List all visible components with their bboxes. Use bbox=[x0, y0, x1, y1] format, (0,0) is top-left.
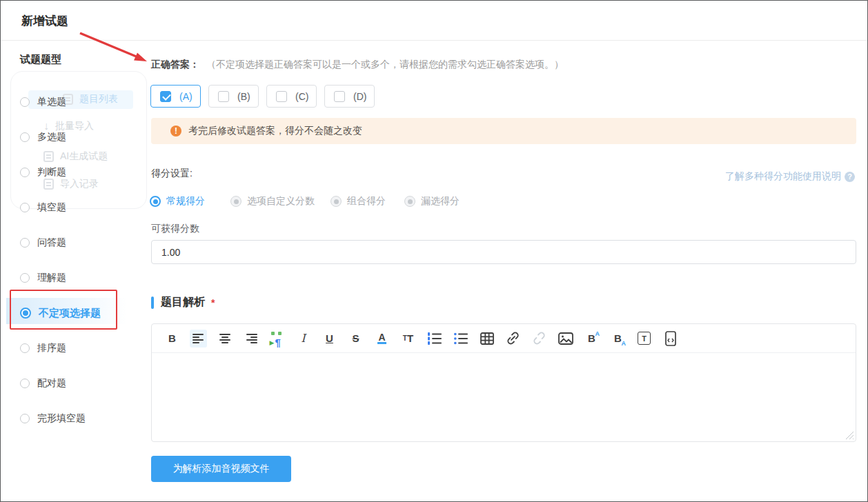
sidebar-item-cloze[interactable]: 完形填空题 bbox=[1, 408, 142, 430]
points-input[interactable] bbox=[151, 240, 856, 264]
sidebar-item-matching[interactable]: 配对题 bbox=[1, 372, 142, 394]
checkbox-icon[interactable] bbox=[276, 91, 287, 102]
warning-icon: ! bbox=[170, 126, 181, 137]
answer-label: 正确答案： bbox=[151, 59, 199, 70]
unlink-icon[interactable] bbox=[531, 330, 548, 348]
align-left-icon[interactable] bbox=[190, 330, 207, 348]
radio-icon[interactable] bbox=[20, 414, 30, 423]
warning-text: 考完后修改试题答案，得分不会随之改变 bbox=[188, 125, 362, 137]
radio-icon[interactable] bbox=[20, 379, 30, 388]
answer-hint: （不定项选择题正确答案可以是一个或多个，请根据您的需求勾选正确答案选项。） bbox=[206, 59, 564, 70]
sidebar-item-ordering[interactable]: 排序题 bbox=[1, 337, 142, 359]
radio-disabled-icon[interactable] bbox=[331, 196, 342, 207]
analysis-rich-text-editor: B ▶ ¶ I U S A TT bbox=[151, 323, 856, 442]
paragraph-media-icon[interactable]: ▶ ¶ bbox=[268, 330, 286, 348]
radio-icon[interactable] bbox=[20, 203, 30, 212]
score-mode-regular[interactable]: 常规得分 bbox=[150, 195, 205, 208]
sidebar-item-short-answer[interactable]: 问答题 bbox=[1, 232, 142, 254]
header-divider bbox=[1, 40, 867, 41]
radio-selected-icon[interactable] bbox=[20, 308, 31, 319]
underline-icon[interactable]: U bbox=[321, 330, 338, 348]
add-question-page: 新增试题 题目列表 ↓ 批量导入 AI生成试题 导入记录 试题题型 单选题 多选… bbox=[0, 0, 868, 502]
answer-option-b[interactable]: (B) bbox=[208, 85, 259, 108]
table-icon[interactable] bbox=[478, 330, 495, 348]
radio-icon[interactable] bbox=[20, 273, 30, 283]
sidebar-item-comprehension[interactable]: 理解题 bbox=[1, 267, 142, 289]
red-annotation-arrow bbox=[70, 25, 156, 68]
ordered-list-icon[interactable] bbox=[426, 330, 443, 348]
image-icon[interactable] bbox=[557, 330, 574, 348]
radio-icon[interactable] bbox=[20, 238, 30, 248]
score-settings-label: 得分设置: bbox=[151, 168, 193, 180]
question-mark-icon: ? bbox=[845, 172, 855, 182]
radio-disabled-icon[interactable] bbox=[230, 196, 241, 207]
checkbox-checked-icon[interactable] bbox=[160, 91, 171, 102]
link-icon[interactable] bbox=[504, 330, 522, 348]
score-mode-custom-per-option[interactable]: 选项自定义分数 bbox=[230, 195, 315, 208]
sidebar-item-single-choice[interactable]: 单选题 bbox=[1, 91, 142, 113]
superscript-icon[interactable]: BA bbox=[583, 330, 600, 348]
italic-icon[interactable]: I bbox=[295, 330, 312, 348]
code-document-icon[interactable] bbox=[662, 330, 679, 348]
editor-toolbar: B ▶ ¶ I U S A TT bbox=[152, 324, 856, 353]
score-mode-combined[interactable]: 组合得分 bbox=[331, 195, 386, 208]
sidebar-item-fill-blank[interactable]: 填空题 bbox=[1, 197, 142, 219]
radio-icon[interactable] bbox=[20, 343, 30, 353]
font-size-icon[interactable]: TT bbox=[400, 330, 417, 348]
answer-section-header: 正确答案： （不定项选择题正确答案可以是一个或多个，请根据您的需求勾选正确答案选… bbox=[151, 59, 564, 71]
heading-accent-bar bbox=[151, 297, 154, 309]
answer-option-c[interactable]: (C) bbox=[266, 85, 317, 108]
checkbox-icon[interactable] bbox=[218, 91, 229, 102]
score-mode-missed-selection[interactable]: 漏选得分 bbox=[404, 195, 460, 208]
strikethrough-icon[interactable]: S bbox=[347, 330, 364, 348]
bullet-list-icon[interactable] bbox=[452, 330, 469, 348]
answer-option-a[interactable]: (A) bbox=[150, 85, 201, 108]
sidebar-heading: 试题题型 bbox=[20, 53, 61, 66]
required-asterisk: * bbox=[211, 297, 215, 308]
score-help-link[interactable]: 了解多种得分功能使用说明 ? bbox=[725, 170, 855, 183]
radio-icon[interactable] bbox=[20, 168, 30, 177]
sidebar-item-true-false[interactable]: 判断题 bbox=[1, 161, 142, 183]
analysis-editor-content[interactable] bbox=[152, 353, 856, 434]
bold-icon[interactable]: B bbox=[164, 330, 181, 348]
sidebar-item-indefinite-choice[interactable]: 不定项选择题 bbox=[1, 302, 142, 324]
radio-icon[interactable] bbox=[20, 97, 30, 107]
checkbox-icon[interactable] bbox=[334, 91, 345, 102]
font-color-icon[interactable]: A bbox=[373, 330, 391, 348]
analysis-heading: 题目解析 * bbox=[151, 295, 215, 310]
radio-selected-icon[interactable] bbox=[150, 196, 161, 207]
page-title: 新增试题 bbox=[21, 13, 68, 29]
text-block-icon[interactable]: T bbox=[635, 330, 653, 348]
align-right-icon[interactable] bbox=[242, 330, 259, 348]
answer-option-d[interactable]: (D) bbox=[324, 85, 375, 108]
warning-banner: ! 考完后修改试题答案，得分不会随之改变 bbox=[151, 118, 856, 144]
sidebar-item-multiple-choice[interactable]: 多选题 bbox=[1, 126, 142, 148]
subscript-icon[interactable]: BA bbox=[609, 330, 627, 348]
radio-icon[interactable] bbox=[20, 132, 30, 142]
points-label: 可获得分数 bbox=[151, 223, 199, 235]
radio-disabled-icon[interactable] bbox=[404, 196, 415, 207]
ai-document-icon bbox=[43, 151, 54, 162]
add-media-button[interactable]: 为解析添加音视频文件 bbox=[151, 456, 291, 482]
align-center-icon[interactable] bbox=[216, 330, 233, 348]
